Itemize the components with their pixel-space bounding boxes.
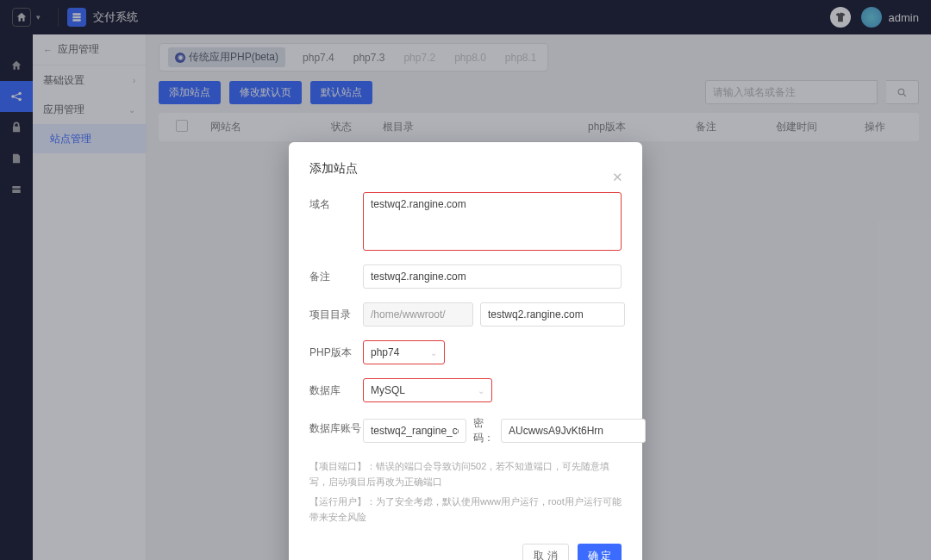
dir-input[interactable] [480, 302, 625, 327]
modal-mask: 添加站点 ✕ 域名 testwq2.rangine.com 备注 项目目录 PH… [0, 0, 931, 560]
db-select[interactable]: MySQL ⌄ [363, 378, 492, 402]
chevron-down-icon: ⌄ [430, 348, 437, 358]
tip-port: 【项目端口】：错误的端口会导致访问502，若不知道端口，可先随意填写，启动项目后… [309, 459, 622, 489]
chevron-down-icon: ⌄ [478, 386, 484, 395]
note-input[interactable] [363, 264, 622, 289]
domain-textarea[interactable]: testwq2.rangine.com [363, 192, 622, 251]
php-label: PHP版本 [309, 340, 363, 360]
ok-button[interactable]: 确 定 [578, 544, 622, 560]
pwd-label: 密码： [473, 416, 494, 445]
db-user-input[interactable] [363, 419, 466, 443]
tip-user: 【运行用户】：为了安全考虑，默认使用www用户运行，root用户运行可能带来安全… [309, 495, 622, 525]
dir-label: 项目目录 [309, 302, 363, 322]
modal-title: 添加站点 [309, 161, 622, 177]
note-label: 备注 [309, 264, 363, 284]
domain-label: 域名 [309, 192, 363, 212]
cancel-button[interactable]: 取 消 [522, 544, 568, 560]
modal-close-button[interactable]: ✕ [612, 170, 623, 185]
db-label: 数据库 [309, 378, 363, 398]
add-site-modal: 添加站点 ✕ 域名 testwq2.rangine.com 备注 项目目录 PH… [289, 142, 642, 560]
acct-label: 数据库账号 [309, 416, 363, 436]
dir-prefix [363, 302, 473, 327]
db-pwd-input[interactable] [501, 419, 646, 443]
php-select[interactable]: php74 ⌄ [363, 340, 445, 364]
